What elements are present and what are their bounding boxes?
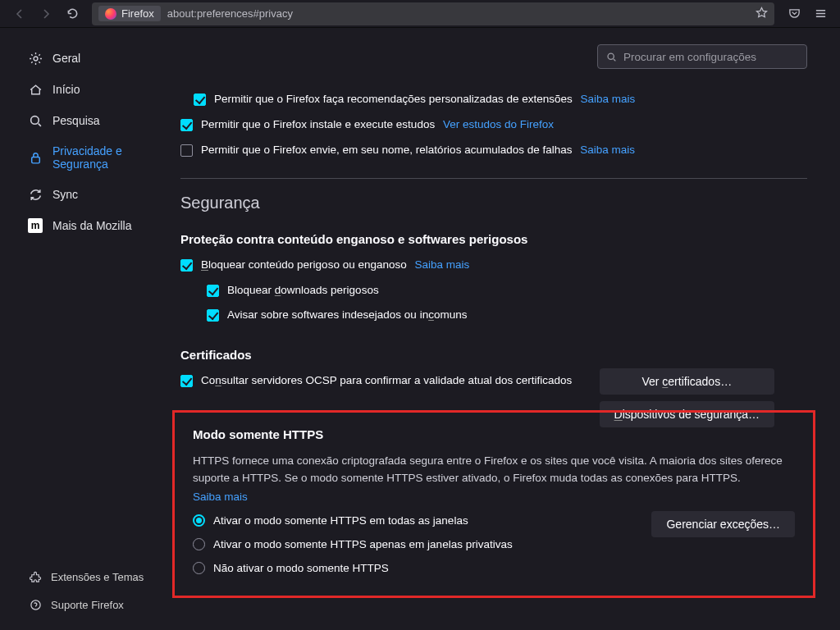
certificates-heading: Certificados (180, 348, 807, 362)
allow-extension-recommendations-row: Permitir que o Firefox faça recomendaçõe… (194, 92, 807, 107)
https-private-windows-option[interactable]: Ativar o modo somente HTTPS apenas em ja… (193, 538, 795, 550)
search-placeholder: Procurar em configurações (623, 51, 756, 63)
deceptive-content-heading: Proteção contra conteúdo enganoso e soft… (180, 232, 807, 246)
home-icon (28, 82, 43, 97)
url-bar[interactable]: Firefox about:preferences#privacy (92, 2, 774, 25)
bookmark-star-icon[interactable] (756, 7, 768, 21)
app-menu-button[interactable] (809, 2, 832, 25)
svg-point-0 (34, 57, 38, 61)
https-only-heading: Modo somente HTTPS (193, 427, 795, 441)
block-dangerous-content-row: Bloquear conteúdo perigoso ou enganoso S… (180, 258, 807, 273)
checkbox-label: Avisar sobre softwares indesejados ou in… (227, 308, 467, 323)
allow-studies-row: Permitir que o Firefox instale e execute… (180, 117, 807, 133)
sidebar-bottom-label: Extensões e Temas (51, 571, 144, 583)
sidebar-item-label: Mais da Mozilla (52, 219, 131, 232)
sidebar-extensions-themes[interactable]: Extensões e Temas (0, 563, 164, 591)
sidebar-item-sync[interactable]: Sync (0, 179, 164, 210)
view-studies-link[interactable]: Ver estudos do Firefox (443, 118, 554, 130)
block-dangerous-content-checkbox[interactable] (180, 259, 193, 272)
security-heading: Segurança (180, 194, 807, 212)
checkbox-label: Permitir que o Firefox envie, em seu nom… (201, 144, 572, 156)
preferences-search-input[interactable]: Procurar em configurações (597, 44, 807, 69)
ocsp-checkbox[interactable] (180, 375, 193, 387)
firefox-logo-icon (105, 8, 116, 20)
puzzle-icon (28, 569, 43, 584)
section-separator (180, 178, 807, 179)
sidebar-item-mozilla[interactable]: m Mais da Mozilla (0, 210, 164, 241)
sidebar-item-privacy[interactable]: Privacidade e Segurança (0, 136, 164, 179)
block-dangerous-downloads-row: Bloquear downloads perigosos (207, 283, 807, 299)
sidebar-item-label: Pesquisa (52, 114, 100, 127)
sidebar-item-search[interactable]: Pesquisa (0, 105, 164, 136)
back-button[interactable] (8, 2, 31, 25)
checkbox-label: Consultar servidores OCSP para confirmar… (201, 373, 572, 389)
reload-button[interactable] (61, 2, 84, 25)
search-icon (28, 113, 43, 128)
allow-extension-recommendations-checkbox[interactable] (194, 94, 206, 106)
manage-exceptions-button[interactable]: Gerenciar exceções… (651, 511, 795, 537)
identity-box[interactable]: Firefox (98, 6, 161, 21)
svg-point-4 (608, 53, 614, 59)
identity-label: Firefox (121, 7, 154, 20)
view-certificates-button[interactable]: Ver certificados… (600, 368, 774, 395)
preferences-sidebar: Geral Início Pesquisa Privacidade e Segu… (0, 28, 164, 630)
radio-button[interactable] (193, 562, 205, 574)
checkbox-label: Permitir que o Firefox faça recomendaçõe… (214, 93, 573, 105)
https-only-description: HTTPS fornece uma conexão criptografada … (193, 453, 795, 487)
sidebar-support[interactable]: Suporte Firefox (0, 591, 164, 619)
allow-crash-reports-checkbox[interactable] (180, 144, 193, 157)
checkbox-label: Bloquear downloads perigosos (227, 283, 379, 299)
url-text: about:preferences#privacy (167, 7, 293, 20)
radio-label: Ativar o modo somente HTTPS apenas em ja… (213, 538, 513, 550)
browser-toolbar: Firefox about:preferences#privacy (0, 0, 840, 28)
sidebar-item-label: Início (52, 83, 80, 96)
block-dangerous-downloads-checkbox[interactable] (207, 285, 219, 297)
https-only-section: Modo somente HTTPS HTTPS fornece uma con… (172, 410, 815, 598)
https-off-option[interactable]: Não ativar o modo somente HTTPS (193, 562, 795, 574)
svg-rect-2 (31, 157, 39, 162)
sidebar-item-general[interactable]: Geral (0, 43, 164, 74)
sidebar-item-label: Privacidade e Segurança (52, 144, 149, 171)
checkbox-label: Bloquear conteúdo perigoso ou enganoso (201, 258, 407, 271)
svg-point-1 (30, 116, 39, 124)
help-icon (28, 597, 43, 612)
allow-studies-checkbox[interactable] (180, 119, 193, 131)
forward-button[interactable] (34, 2, 57, 25)
allow-crash-reports-row: Permitir que o Firefox envie, em seu nom… (180, 143, 807, 158)
sync-icon (28, 187, 43, 202)
mozilla-icon: m (28, 218, 43, 233)
learn-more-link[interactable]: Saiba mais (580, 144, 635, 156)
sidebar-item-label: Geral (52, 52, 80, 65)
search-icon (606, 52, 617, 62)
lock-icon (28, 150, 43, 165)
sidebar-item-home[interactable]: Início (0, 74, 164, 105)
warn-uncommon-software-row: Avisar sobre softwares indesejados ou in… (207, 308, 807, 323)
save-to-pocket-button[interactable] (783, 2, 806, 25)
checkbox-label: Permitir que o Firefox instale e execute… (201, 118, 435, 130)
preferences-main: Procurar em configurações Permitir que o… (164, 28, 840, 630)
sidebar-bottom-label: Suporte Firefox (51, 599, 124, 611)
learn-more-link[interactable]: Saiba mais (581, 93, 636, 105)
warn-uncommon-software-checkbox[interactable] (207, 309, 219, 322)
radio-label: Ativar o modo somente HTTPS em todas as … (213, 514, 468, 527)
learn-more-link[interactable]: Saiba mais (414, 258, 469, 271)
radio-button[interactable] (193, 514, 205, 527)
radio-label: Não ativar o modo somente HTTPS (213, 562, 389, 574)
radio-button[interactable] (193, 538, 205, 550)
sidebar-item-label: Sync (52, 188, 78, 201)
learn-more-link[interactable]: Saiba mais (193, 491, 248, 503)
gear-icon (28, 51, 43, 66)
